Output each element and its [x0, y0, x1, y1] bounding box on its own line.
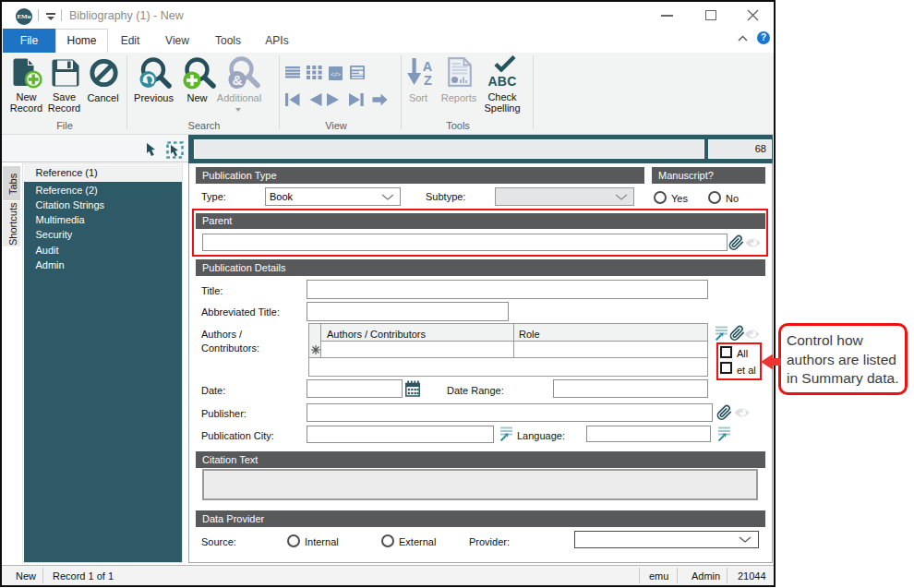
- svg-text:A: A: [423, 59, 433, 74]
- svg-text:Z: Z: [424, 73, 432, 86]
- svg-text:&: &: [232, 72, 242, 88]
- svg-text:</>: </>: [331, 70, 341, 78]
